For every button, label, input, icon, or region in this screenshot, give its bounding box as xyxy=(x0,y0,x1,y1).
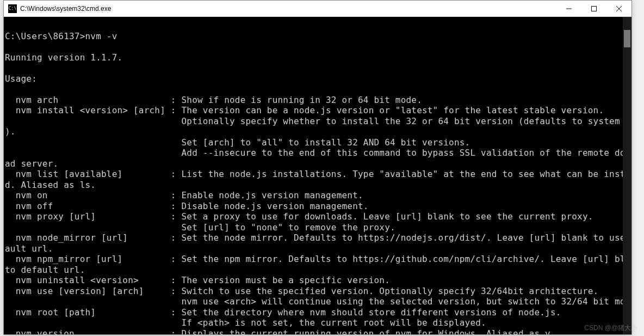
window-title: C:\Windows\system32\cmd.exe xyxy=(20,5,556,13)
terminal-output[interactable]: C:\Users\86137>nvm -v Running version 1.… xyxy=(4,17,623,334)
titlebar[interactable]: C:\ C:\Windows\system32\cmd.exe xyxy=(4,1,631,17)
scrollbar-thumb[interactable] xyxy=(624,30,630,47)
maximize-button[interactable] xyxy=(581,1,606,17)
cmd-icon: C:\ xyxy=(8,4,17,13)
watermark: CSDN @@猪大肠 xyxy=(584,323,637,333)
scrollbar[interactable] xyxy=(623,17,631,334)
cmd-window: C:\ C:\Windows\system32\cmd.exe C:\Users… xyxy=(3,0,632,335)
svg-rect-1 xyxy=(592,6,597,11)
terminal-area: C:\Users\86137>nvm -v Running version 1.… xyxy=(4,17,631,334)
close-button[interactable] xyxy=(606,1,631,17)
minimize-button[interactable] xyxy=(556,1,581,17)
window-controls xyxy=(556,1,631,17)
